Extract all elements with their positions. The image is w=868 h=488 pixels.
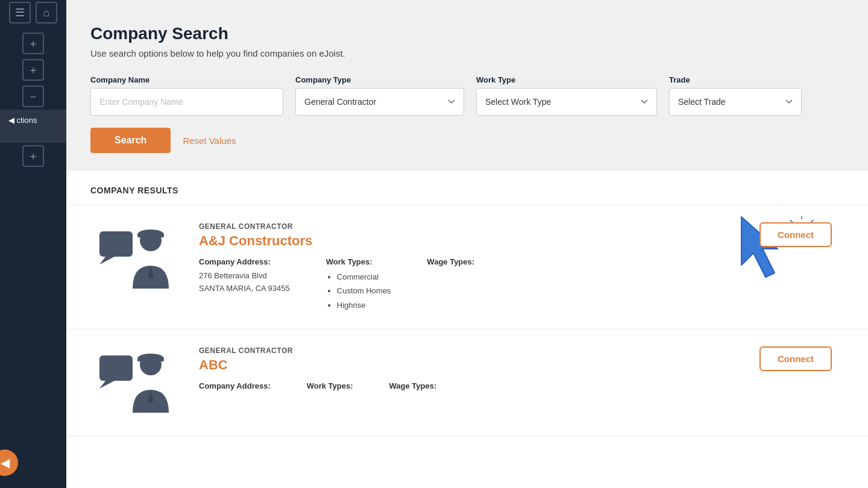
company-name: A&J Constructors [199, 233, 747, 249]
address-line1: 276 Betteravia Blvd [199, 270, 290, 283]
svg-rect-16 [137, 358, 164, 361]
address-line2: SANTA MARIA, CA 93455 [199, 283, 290, 295]
address-label: Company Address: [199, 257, 290, 266]
work-type-field: Work Type Select Work Type [476, 75, 657, 116]
trade-select[interactable]: Select Trade [669, 88, 802, 116]
sidebar-top-bar: ☰ ⌂ [0, 6, 66, 24]
company-name-label: Company Name [90, 75, 283, 84]
address-section: Company Address: 276 Betteravia Blvd SAN… [199, 257, 290, 312]
company-name-field: Company Name [90, 75, 283, 116]
company-avatar-icon-2 [96, 346, 181, 419]
results-header: COMPANY RESULTS [66, 171, 868, 205]
company-name-input[interactable] [90, 88, 283, 116]
address-label-2: Company Address: [199, 381, 271, 390]
sidebar-back-button[interactable]: ◀ [0, 449, 18, 476]
company-type-field: Company Type General Contractor Sub Cont… [295, 75, 464, 116]
company-avatar-2 [90, 346, 187, 419]
sidebar-expand-1[interactable]: ＋ [22, 33, 44, 54]
cursor-arrow-icon [729, 211, 796, 283]
sidebar-expand-2[interactable]: ＋ [22, 59, 44, 81]
sidebar-menu-icon[interactable]: ☰ [9, 2, 31, 23]
connect-area: Connect [747, 222, 844, 247]
svg-rect-4 [137, 234, 164, 237]
search-area: Company Search Use search options below … [66, 0, 868, 171]
company-type-tag-2: GENERAL CONTRACTOR [199, 346, 747, 355]
sidebar-home-icon[interactable]: ⌂ [36, 2, 57, 23]
search-actions: Search Reset Values [90, 128, 844, 153]
back-arrow-icon: ◀ [1, 455, 10, 470]
trade-label: Trade [669, 75, 802, 84]
company-details-2: Company Address: Work Types: Wage Types: [199, 381, 747, 394]
list-item: Custom Homes [337, 284, 391, 298]
sidebar-item-ctns[interactable]: ◀ ctions [0, 110, 66, 131]
connect-button[interactable]: Connect [760, 222, 832, 247]
wage-types-section: Wage Types: [427, 257, 499, 312]
company-avatar [90, 222, 187, 295]
company-type-select[interactable]: General Contractor Sub Contractor Suppli… [295, 88, 464, 116]
page-title: Company Search [90, 24, 844, 43]
svg-rect-0 [99, 231, 133, 257]
wage-types-section-2: Wage Types: [389, 381, 462, 394]
work-type-select[interactable]: Select Work Type [476, 88, 657, 116]
list-item: Commercial [337, 270, 391, 284]
trade-field: Trade Select Trade [669, 75, 802, 116]
wage-types-label-2: Wage Types: [389, 381, 462, 390]
list-item: Highrise [337, 298, 391, 312]
work-types-label-2: Work Types: [307, 381, 353, 390]
sidebar: ☰ ⌂ ＋ ＋ － ◀ ctions ＋ ◀ [0, 0, 66, 488]
search-form: Company Name Company Type General Contra… [90, 75, 844, 116]
company-type-label: Company Type [295, 75, 464, 84]
reset-link[interactable]: Reset Values [183, 136, 236, 146]
company-type-tag: GENERAL CONTRACTOR [199, 222, 747, 231]
work-types-label: Work Types: [326, 257, 391, 266]
work-types-section: Work Types: Commercial Custom Homes High… [326, 257, 391, 312]
svg-marker-1 [99, 257, 115, 264]
page-subtitle: Use search options below to help you fin… [90, 48, 844, 58]
sidebar-collapse-1[interactable]: － [22, 86, 44, 107]
company-name-2: ABC [199, 357, 747, 373]
sidebar-item-search[interactable] [0, 131, 66, 143]
sidebar-expand-3[interactable]: ＋ [22, 145, 44, 167]
company-card: GENERAL CONTRACTOR A&J Constructors Comp… [66, 205, 868, 330]
company-info: GENERAL CONTRACTOR A&J Constructors Comp… [199, 222, 747, 312]
connect-button-2[interactable]: Connect [760, 346, 832, 371]
work-types-list: Commercial Custom Homes Highrise [326, 270, 391, 312]
work-type-label: Work Type [476, 75, 657, 84]
results-area: COMPANY RESULTS [66, 171, 868, 488]
svg-marker-13 [99, 381, 115, 389]
address-section-2: Company Address: [199, 381, 271, 394]
connect-area-2: Connect [747, 346, 844, 371]
company-card: GENERAL CONTRACTOR ABC Company Address: … [66, 330, 868, 436]
company-info-2: GENERAL CONTRACTOR ABC Company Address: … [199, 346, 747, 394]
sidebar-item-label: ◀ [8, 116, 14, 125]
main-content: Company Search Use search options below … [66, 0, 868, 488]
company-avatar-icon [96, 222, 181, 295]
svg-rect-12 [99, 355, 133, 381]
wage-types-label: Wage Types: [427, 257, 499, 266]
company-details: Company Address: 276 Betteravia Blvd SAN… [199, 257, 747, 312]
work-types-section-2: Work Types: [307, 381, 353, 394]
search-button[interactable]: Search [90, 128, 171, 153]
